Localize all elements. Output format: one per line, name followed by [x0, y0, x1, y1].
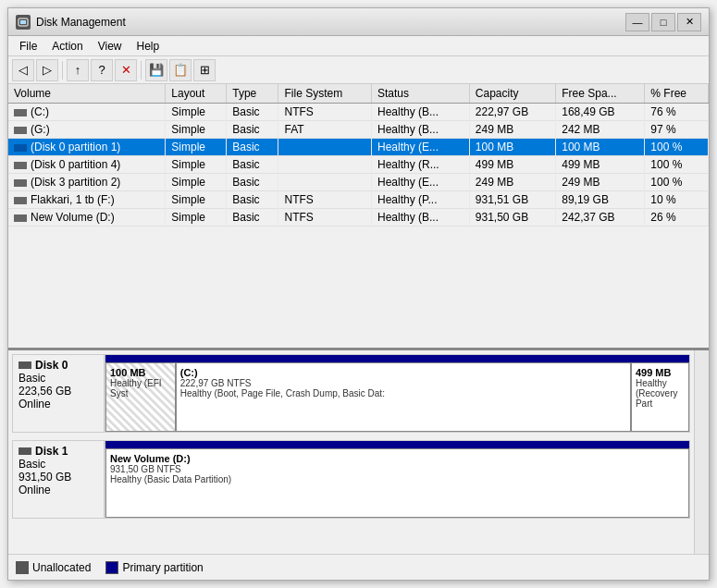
cell-0: (G:) [8, 121, 166, 139]
legend-unallocated: Unallocated [16, 561, 91, 574]
cell-0: (Disk 0 partition 4) [8, 156, 166, 174]
disk-label-title: Disk 1 [19, 445, 98, 458]
toolbar-clipboard[interactable]: 📋 [169, 59, 192, 81]
toolbar-sep1 [62, 61, 63, 80]
cell-0: (Disk 3 partition 2) [8, 174, 166, 191]
disk-label-1: Disk 1 Basic 931,50 GB Online [12, 440, 105, 519]
toolbar-help[interactable]: ? [91, 59, 113, 81]
partition-efi[interactable]: 100 MBHealthy (EFI Syst [105, 362, 176, 432]
menu-file[interactable]: File [12, 38, 44, 55]
cell-1: Simple [166, 121, 227, 139]
partition-recovery[interactable]: 499 MBHealthy (Recovery Part [631, 362, 689, 432]
col-volume: Volume [8, 84, 166, 104]
cell-4: Healthy (E... [371, 139, 469, 156]
cell-7: 100 % [645, 156, 709, 174]
partition-newvol[interactable]: New Volume (D:)931,50 GB NTFSHealthy (Ba… [105, 448, 689, 518]
cell-0: New Volume (D:) [8, 209, 166, 227]
legend-primary-label: Primary partition [122, 561, 203, 574]
table-row[interactable]: (Disk 0 partition 4)SimpleBasicHealthy (… [8, 156, 709, 174]
partition-detail: Healthy (Recovery Part [636, 378, 685, 409]
col-free: Free Spa... [556, 84, 645, 104]
row-volume-icon [14, 109, 27, 116]
cell-4: Healthy (R... [371, 156, 469, 174]
col-capacity: Capacity [469, 84, 555, 104]
cell-2: Basic [227, 191, 278, 209]
table-row[interactable]: New Volume (D:)SimpleBasicNTFSHealthy (B… [8, 209, 709, 227]
partition-title: (C:) [180, 367, 626, 378]
toolbar-forward[interactable]: ▷ [36, 59, 58, 81]
close-button[interactable]: ✕ [677, 13, 701, 31]
cell-2: Basic [227, 104, 278, 121]
volume-table: Volume Layout Type File System Status Ca… [8, 84, 709, 227]
disk-bars-0: 100 MBHealthy (EFI Syst(C:)222,97 GB NTF… [105, 354, 690, 433]
menu-bar: File Action View Help [8, 36, 709, 56]
maximize-button[interactable]: □ [651, 13, 675, 31]
disk-top-bar [105, 441, 689, 448]
svg-rect-1 [20, 20, 26, 24]
cell-2: Basic [227, 121, 278, 139]
cell-7: 100 % [645, 174, 709, 191]
partition-detail: Healthy (EFI Syst [110, 378, 171, 398]
cell-6: 249 MB [556, 174, 645, 191]
disk-icon [19, 361, 31, 369]
scrollbar[interactable] [694, 350, 709, 554]
cell-5: 222,97 GB [469, 104, 555, 121]
col-layout: Layout [166, 84, 227, 104]
col-fs: File System [278, 84, 372, 104]
cell-3 [278, 156, 372, 174]
partition-title: New Volume (D:) [110, 453, 685, 464]
cell-3: NTFS [278, 209, 372, 227]
disk-type: Basic [19, 458, 98, 471]
disk-label-title: Disk 0 [19, 359, 98, 372]
toolbar-back[interactable]: ◁ [12, 59, 34, 81]
cell-4: Healthy (B... [371, 209, 469, 227]
cell-7: 97 % [645, 121, 709, 139]
volume-table-panel: Volume Layout Type File System Status Ca… [8, 84, 709, 350]
menu-action[interactable]: Action [44, 38, 90, 55]
toolbar-up[interactable]: ↑ [67, 59, 89, 81]
partition-system[interactable]: (C:)222,97 GB NTFSHealthy (Boot, Page Fi… [176, 362, 631, 432]
cell-3: FAT [278, 121, 372, 139]
title-bar: Disk Management — □ ✕ [8, 8, 709, 36]
cell-1: Simple [166, 209, 227, 227]
cell-6: 499 MB [556, 156, 645, 174]
cell-2: Basic [227, 209, 278, 227]
legend-primary-box [105, 561, 118, 574]
cell-2: Basic [227, 156, 278, 174]
cell-0: (Disk 0 partition 1) [8, 139, 166, 156]
table-row[interactable]: (Disk 0 partition 1)SimpleBasicHealthy (… [8, 139, 709, 156]
row-volume-icon [14, 179, 27, 187]
cell-4: Healthy (P... [371, 191, 469, 209]
cell-4: Healthy (B... [371, 104, 469, 121]
legend-unallocated-box [16, 561, 29, 574]
window-title: Disk Management [36, 16, 625, 29]
disk-bars-1: New Volume (D:)931,50 GB NTFSHealthy (Ba… [105, 440, 690, 519]
disk-top-bar [105, 355, 689, 362]
col-pct: % Free [645, 84, 709, 104]
table-row[interactable]: (Disk 3 partition 2)SimpleBasicHealthy (… [8, 174, 709, 191]
toolbar-delete[interactable]: ✕ [115, 59, 137, 81]
cell-6: 242,37 GB [556, 209, 645, 227]
minimize-button[interactable]: — [625, 13, 649, 31]
toolbar-save[interactable]: 💾 [145, 59, 167, 81]
partition-extra: Healthy (Boot, Page File, Crash Dump, Ba… [180, 388, 626, 398]
menu-help[interactable]: Help [130, 38, 167, 55]
cell-7: 10 % [645, 191, 709, 209]
disk-type: Basic [19, 372, 98, 385]
cell-7: 76 % [645, 104, 709, 121]
table-row[interactable]: Flakkari, 1 tb (F:)SimpleBasicNTFSHealth… [8, 191, 709, 209]
cell-0: Flakkari, 1 tb (F:) [8, 191, 166, 209]
cell-5: 100 MB [469, 139, 555, 156]
disk-label-0: Disk 0 Basic 223,56 GB Online [12, 354, 105, 433]
disk-id: Disk 1 [35, 445, 68, 458]
row-volume-icon [14, 197, 27, 204]
main-window: Disk Management — □ ✕ File Action View H… [7, 7, 710, 581]
disk-size: 931,50 GB [19, 471, 98, 484]
toolbar-grid[interactable]: ⊞ [193, 59, 216, 81]
menu-view[interactable]: View [91, 38, 130, 55]
partition-detail: 931,50 GB NTFS [110, 464, 685, 474]
table-row[interactable]: (G:)SimpleBasicFATHealthy (B...249 MB242… [8, 121, 709, 139]
disk-id: Disk 0 [35, 359, 68, 372]
partition-extra: Healthy (Basic Data Partition) [110, 474, 685, 484]
table-row[interactable]: (C:)SimpleBasicNTFSHealthy (B...222,97 G… [8, 104, 709, 121]
